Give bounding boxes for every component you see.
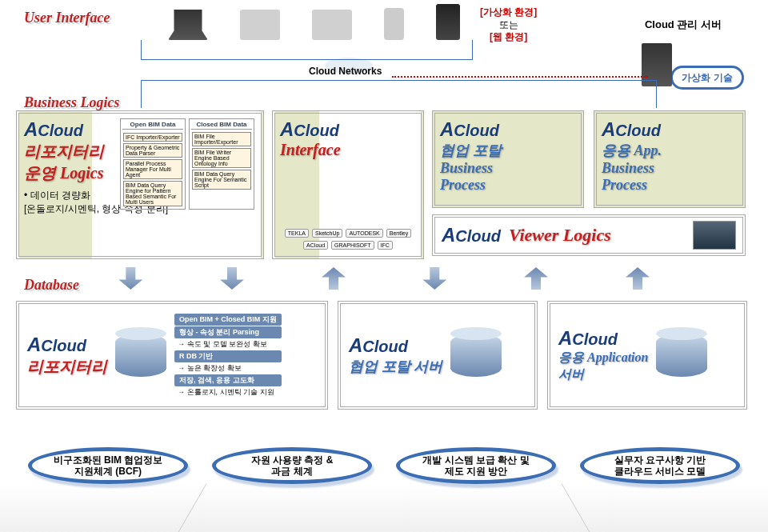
- app-title-2: Business: [602, 160, 738, 177]
- card-repo-logics: ACloud 리포지터리 운영 Logics • 데이터 경량화 [온돌로지/시…: [16, 110, 264, 259]
- partner-2: AUTODESK: [346, 229, 382, 238]
- db-repo-features: Open BIM + Closed BIM 지원 형상 - 속성 분리 Pars…: [174, 314, 282, 398]
- viewer-title: Viewer Logics: [509, 225, 611, 246]
- partner-5: GRAPHISOFT: [331, 241, 374, 250]
- db-card-app: ACloud 응용 Application 서버: [547, 301, 747, 410]
- bim-data-columns: Open BIM Data IFC Importer/Exporter Prop…: [120, 118, 256, 210]
- partner-3: Bentley: [386, 229, 411, 238]
- closed-bim-head: Closed BIM Data: [191, 121, 252, 130]
- dotted-connection: [392, 76, 648, 78]
- db-card-repository: ACloud 리포지터리 Open BIM + Closed BIM 지원 형상…: [16, 301, 328, 410]
- oval-bcf: 비구조화된 BIM 협업정보 지원체계 (BCF): [28, 447, 188, 484]
- database-row: ACloud 리포지터리 Open BIM + Closed BIM 지원 형상…: [16, 301, 752, 410]
- acloud-logo: ACloud: [27, 334, 107, 356]
- logo-text: Cloud: [38, 122, 83, 139]
- acloud-logo: ACloud: [442, 224, 501, 246]
- interface-title: Interface: [280, 141, 416, 159]
- logo-text: Cloud: [294, 122, 339, 139]
- device-row: [168, 4, 460, 40]
- collab-title-1: 협업 포탈: [440, 141, 576, 160]
- open-item-3: BIM Data Query Engine for Pattern Based …: [123, 181, 182, 206]
- partner-0: TEKLA: [285, 229, 309, 238]
- oval-service-model: 실무자 요구사항 기반 클라우드 서비스 모델: [580, 447, 740, 484]
- db-pill-1: 형상 - 속성 분리 Parsing: [174, 326, 282, 338]
- monitor-icon: [312, 10, 352, 40]
- db-card-collab: ACloud 협업 포탈 서버: [338, 301, 538, 410]
- db-app-title-1: 응용 Application: [558, 350, 648, 366]
- business-logics-row: ACloud 리포지터리 운영 Logics • 데이터 경량화 [온돌로지/시…: [16, 110, 752, 259]
- open-bim-col: Open BIM Data IFC Importer/Exporter Prop…: [120, 118, 186, 210]
- acloud-logo: ACloud: [349, 334, 442, 357]
- environment-label: [가상화 환경] 또는 [웹 환경]: [480, 6, 537, 44]
- db-collab-title: 협업 포탈 서버: [349, 357, 442, 376]
- arrow-up-icon: [322, 267, 346, 290]
- oval-policy: 개발 시스템 보급 확산 및 제도 지원 방안: [396, 447, 556, 484]
- oval-billing: 자원 사용량 측정 & 과금 체계: [212, 447, 372, 484]
- logo-text: Cloud: [572, 330, 618, 348]
- db-pill-0: Open BIM + Closed BIM 지원: [174, 314, 282, 326]
- logo-text: Cloud: [615, 122, 661, 139]
- card-interface: ACloud Interface TEKLA SketchUp AUTODESK…: [272, 110, 424, 259]
- env-or: 또는: [499, 19, 518, 30]
- laptop-icon: [168, 10, 208, 40]
- biz-connection-line: [141, 80, 657, 108]
- partner-logos: TEKLA SketchUp AUTODESK Bentley ACloud G…: [282, 229, 414, 250]
- database-cylinder-icon: [450, 334, 502, 377]
- tower-icon: [436, 4, 460, 40]
- section-ui-label: User Interface: [24, 10, 110, 26]
- partner-4: ACloud: [303, 241, 328, 250]
- cloud-mgmt-label: Cloud 관리 서버: [645, 18, 722, 32]
- logo-text: Cloud: [41, 337, 86, 354]
- env-web: [웹 환경]: [490, 31, 527, 42]
- arrow-row: [80, 267, 688, 290]
- logo-text: Cloud: [455, 227, 501, 245]
- open-item-2: Parallel Process Manager For Multi Agent: [123, 159, 182, 179]
- pda-icon: [384, 8, 404, 40]
- arrow-up-icon: [524, 267, 548, 290]
- db-repo-title: 리포지터리: [27, 356, 107, 378]
- acloud-logo: ACloud: [440, 118, 576, 141]
- arrow-down-icon: [422, 267, 446, 290]
- biz-right-column: ACloud 협업 포탈 Business Process ACloud 응용 …: [432, 110, 746, 259]
- acloud-logo: ACloud: [280, 118, 416, 141]
- card-app-process: ACloud 응용 App. Business Process: [594, 110, 746, 208]
- app-title-3: Process: [602, 177, 738, 194]
- closed-item-0: BIM File Importer/Exporter: [192, 132, 251, 146]
- arrow-up-icon: [626, 267, 650, 290]
- closed-bim-col: Closed BIM Data BIM File Importer/Export…: [189, 118, 254, 210]
- section-biz-label: Business Logics: [24, 94, 120, 111]
- viewer-thumbnail-icon: [693, 221, 736, 250]
- acloud-logo: ACloud: [558, 327, 648, 350]
- collab-title-3: Process: [440, 177, 576, 194]
- closed-item-1: BIM File Writer Engine Based Ontology In…: [192, 148, 251, 168]
- acloud-logo: ACloud: [602, 118, 738, 141]
- bottom-ovals-row: 비구조화된 BIM 협업정보 지원체계 (BCF) 자원 사용량 측정 & 과금…: [16, 447, 752, 484]
- db-pill-3: 저장, 검색, 응용 고도화: [174, 374, 282, 386]
- partner-1: SketchUp: [312, 229, 342, 238]
- logo-text: Cloud: [362, 338, 408, 355]
- closed-item-2: BIM Data Query Engine For Semantic Scrip…: [192, 170, 251, 190]
- section-db-label: Database: [24, 277, 79, 294]
- database-cylinder-icon: [115, 334, 166, 377]
- desktop-icon: [240, 10, 280, 40]
- virtualization-tech-pill: 가상화 기술: [670, 66, 744, 90]
- arrow-down-icon: [118, 267, 142, 290]
- db-pill-2: R DB 기반: [174, 350, 282, 362]
- db-app-title-2: 서버: [558, 366, 648, 383]
- card-viewer-logics: ACloud Viewer Logics: [432, 214, 746, 256]
- device-connection-line: [141, 40, 473, 60]
- db-arrow-2: → 온톨로지, 시멘틱 기술 지원: [174, 387, 282, 398]
- collab-title-2: Business: [440, 160, 576, 177]
- arrow-down-icon: [220, 267, 244, 290]
- app-title-1: 응용 App.: [602, 141, 738, 160]
- open-item-0: IFC Importer/Exporter: [123, 133, 182, 142]
- floor-perspective: [0, 484, 768, 532]
- cloud-networks-label: Cloud Networks: [309, 66, 382, 77]
- card-collab-portal: ACloud 협업 포탈 Business Process: [432, 110, 584, 208]
- db-arrow-1: → 높은 확장성 확보: [174, 363, 282, 374]
- db-arrow-0: → 속도 및 모델 보완성 확보: [174, 339, 282, 350]
- open-item-1: Property & Geometric Data Parser: [123, 143, 182, 158]
- partner-6: IFC: [378, 241, 393, 250]
- logo-text: Cloud: [454, 122, 499, 139]
- open-bim-head: Open BIM Data: [122, 121, 183, 130]
